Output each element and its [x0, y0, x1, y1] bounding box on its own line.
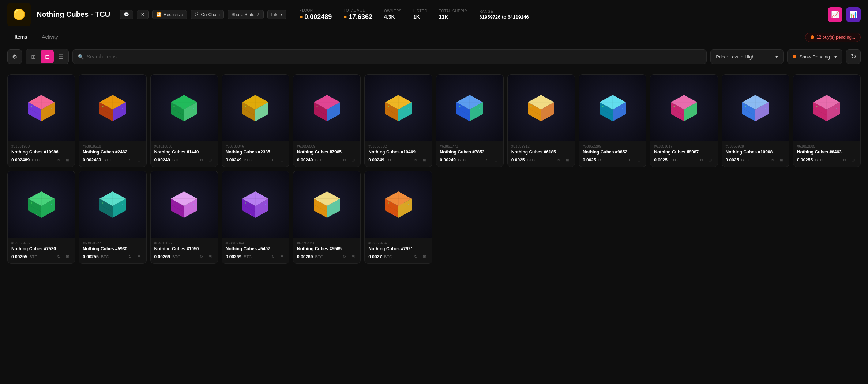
nft-view-button[interactable]: ⊞ — [278, 156, 285, 164]
nft-buy-button[interactable]: ↻ — [841, 156, 848, 164]
nft-buy-button[interactable]: ↻ — [555, 156, 562, 164]
svg-point-191 — [250, 214, 251, 215]
nft-view-button[interactable]: ⊞ — [492, 156, 500, 164]
nft-card[interactable]: #63815044 Nothing Cubes #5407 0.00269 BT… — [222, 171, 289, 263]
cube-visual — [508, 75, 575, 141]
discord-badge[interactable]: 💬 — [120, 10, 133, 19]
nft-buy-button[interactable]: ↻ — [341, 156, 348, 164]
nft-buy-button[interactable]: ↻ — [198, 156, 205, 164]
nft-buy-button[interactable]: ↻ — [127, 156, 134, 164]
view-grid-large-button[interactable]: ⊟ — [41, 50, 54, 63]
nft-view-button[interactable]: ⊞ — [421, 253, 428, 261]
tab-activity[interactable]: Activity — [34, 29, 65, 45]
nft-buy-button[interactable]: ↻ — [412, 253, 420, 261]
recursive-badge[interactable]: 🔁 Recursive — [152, 10, 187, 19]
nft-buy-button[interactable]: ↻ — [769, 156, 777, 164]
nft-currency-label: BTC — [741, 158, 749, 162]
nft-currency-label: BTC — [815, 158, 823, 162]
nft-card[interactable]: #63853617 Nothing Cubes #8087 0.0025 BTC… — [650, 74, 718, 167]
nft-buy-button[interactable]: ↻ — [269, 253, 277, 261]
nft-buy-button[interactable]: ↻ — [626, 156, 634, 164]
nft-grid: #63881980 Nothing Cubes #10986 0.002489 … — [0, 68, 868, 270]
nft-card[interactable]: #63852285 Nothing Cubes #9852 0.0025 BTC… — [579, 74, 646, 167]
share-stats-button[interactable]: Share Stats ↗ — [228, 10, 264, 19]
nft-view-button[interactable]: ⊞ — [278, 253, 285, 261]
nft-price-actions: ↻ ⊞ — [841, 156, 857, 164]
nft-view-button[interactable]: ⊞ — [207, 156, 214, 164]
nft-card[interactable]: #63818518 Nothing Cubes #2462 0.002489 B… — [79, 74, 146, 167]
search-input[interactable] — [87, 54, 701, 60]
nft-view-button[interactable]: ⊞ — [849, 156, 857, 164]
nft-name: Nothing Cubes #10469 — [368, 149, 428, 155]
onchain-badge[interactable]: ⛓ On-Chain — [191, 10, 223, 19]
nft-card[interactable]: #63815027 Nothing Cubes #1050 0.00269 BT… — [150, 171, 218, 263]
nft-card[interactable]: #63853456 Nothing Cubes #7530 0.00255 BT… — [7, 171, 75, 263]
nft-view-button[interactable]: ⊞ — [135, 253, 143, 261]
nft-card[interactable]: #63850527 Nothing Cubes #5930 0.00255 BT… — [79, 171, 146, 263]
cube-visual — [579, 75, 646, 141]
nft-buy-button[interactable]: ↻ — [198, 253, 205, 261]
nft-view-button[interactable]: ⊞ — [349, 253, 357, 261]
nft-name: Nothing Cubes #2335 — [226, 149, 285, 155]
nft-currency-label: BTC — [315, 158, 323, 162]
nft-name: Nothing Cubes #5565 — [297, 246, 357, 251]
nft-price-actions: ↻ ⊞ — [341, 253, 357, 261]
nft-view-button[interactable]: ⊞ — [135, 156, 143, 164]
nft-buy-button[interactable]: ↻ — [341, 253, 348, 261]
nft-buy-button[interactable]: ↻ — [484, 156, 491, 164]
twitter-badge[interactable]: ✕ — [137, 10, 149, 19]
refresh-button[interactable]: ↻ — [846, 49, 861, 64]
svg-point-141 — [816, 106, 818, 107]
nft-card[interactable]: #63851773 Nothing Cubes #7853 0.00249 BT… — [436, 74, 504, 167]
nft-buy-button[interactable]: ↻ — [698, 156, 705, 164]
nft-card[interactable]: #63783046 Nothing Cubes #2335 0.00249 BT… — [222, 74, 289, 167]
chevron-down-icon-sort: ▾ — [775, 54, 778, 60]
nft-image — [365, 75, 432, 141]
nft-card[interactable]: #63852912 Nothing Cubes #6185 0.0025 BTC… — [507, 74, 575, 167]
nft-currency-label: BTC — [172, 158, 180, 162]
nft-buy-button[interactable]: ↻ — [55, 156, 62, 164]
chevron-down-icon-pending: ▾ — [834, 54, 837, 60]
nft-card[interactable]: #63783798 Nothing Cubes #5565 0.00269 BT… — [293, 171, 361, 263]
nft-currency-label: BTC — [387, 158, 395, 162]
view-grid-small-button[interactable]: ⊞ — [27, 50, 40, 63]
nft-price-row: 0.0025 BTC ↻ ⊞ — [583, 156, 642, 164]
chart-icon-button[interactable]: 📈 — [828, 7, 842, 22]
nft-buy-button[interactable]: ↻ — [412, 156, 420, 164]
show-pending-toggle[interactable]: Show Pending ▾ — [787, 49, 842, 64]
info-button[interactable]: Info ▾ — [267, 10, 286, 19]
sort-dropdown[interactable]: Price: Low to High ▾ — [710, 49, 784, 64]
nft-price-row: 0.00269 BTC ↻ ⊞ — [297, 253, 357, 261]
nft-card[interactable]: #63816836 Nothing Cubes #1440 0.00249 BT… — [150, 74, 218, 167]
nft-info: #63853617 Nothing Cubes #8087 0.0025 BTC… — [650, 141, 717, 167]
nft-buy-button[interactable]: ↻ — [127, 253, 134, 261]
nft-view-button[interactable]: ⊞ — [778, 156, 785, 164]
nft-view-button[interactable]: ⊞ — [64, 156, 71, 164]
svg-point-45 — [245, 106, 246, 107]
tab-items[interactable]: Items — [7, 29, 34, 45]
view-list-button[interactable]: ☰ — [55, 50, 68, 63]
filter-button[interactable]: ⚙ — [7, 49, 22, 64]
nft-view-button[interactable]: ⊞ — [349, 156, 357, 164]
nft-buy-button[interactable]: ↻ — [269, 156, 277, 164]
nft-card[interactable]: #63856464 Nothing Cubes #7921 0.0027 BTC… — [364, 171, 432, 263]
nft-info: #63853928 Nothing Cubes #10908 0.0025 BT… — [722, 141, 789, 167]
nft-view-button[interactable]: ⊞ — [635, 156, 642, 164]
nft-view-button[interactable]: ⊞ — [64, 253, 71, 261]
nft-card[interactable]: #63856702 Nothing Cubes #10469 0.00249 B… — [364, 74, 432, 167]
nft-name: Nothing Cubes #7921 — [368, 246, 428, 251]
cube-visual — [8, 75, 75, 141]
nft-card[interactable]: #63853928 Nothing Cubes #10908 0.0025 BT… — [722, 74, 789, 167]
nft-card[interactable]: #63852885 Nothing Cubes #8463 0.00255 BT… — [793, 74, 861, 167]
nft-buy-button[interactable]: ↻ — [55, 253, 62, 261]
nft-card[interactable]: #63856509 Nothing Cubes #7965 0.00249 BT… — [293, 74, 361, 167]
nft-card[interactable]: #63881980 Nothing Cubes #10986 0.002489 … — [7, 74, 75, 167]
bar-chart-button[interactable]: 📊 — [846, 7, 861, 22]
nft-view-button[interactable]: ⊞ — [421, 156, 428, 164]
nft-view-button[interactable]: ⊞ — [564, 156, 571, 164]
pending-badge[interactable]: 12 buy(s) pending... — [805, 33, 861, 42]
nft-image — [293, 171, 360, 238]
nft-view-button[interactable]: ⊞ — [707, 156, 714, 164]
svg-point-21 — [102, 106, 104, 107]
nft-view-button[interactable]: ⊞ — [207, 253, 214, 261]
